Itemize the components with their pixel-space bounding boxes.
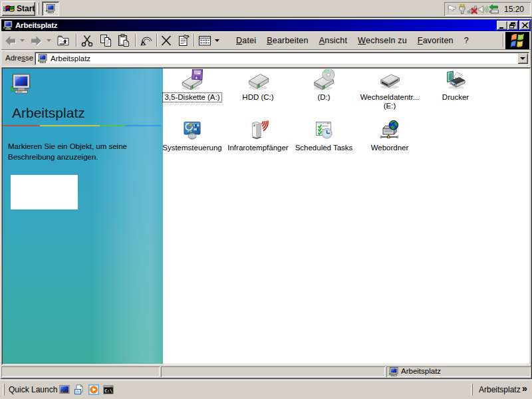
taskbar-window-button[interactable] xyxy=(42,1,59,16)
floppy-drive-icon xyxy=(182,69,203,90)
restore-button[interactable] xyxy=(507,21,518,30)
address-combobox[interactable]: Arbeitsplatz xyxy=(35,52,529,65)
statusbar-text: Arbeitsplatz xyxy=(401,367,441,375)
ql-dos-button[interactable] xyxy=(101,384,116,395)
tray-volume-icon xyxy=(478,4,489,15)
quick-launch-icons xyxy=(57,384,116,395)
menu-wechseln-zu[interactable]: Wechseln zu xyxy=(352,31,412,49)
rule-segment xyxy=(100,125,125,126)
menubar: DateiBearbeitenAnsichtWechseln zuFavorit… xyxy=(231,31,474,49)
forward-button-dropdown[interactable] xyxy=(45,33,53,49)
windows-brand-logo xyxy=(505,32,529,49)
start-label: Start xyxy=(17,4,35,13)
ql-desktop-button[interactable] xyxy=(57,384,72,395)
menu-ansicht[interactable]: Ansicht xyxy=(314,31,352,49)
rule-segment xyxy=(125,125,162,126)
desktop-toolbar-grip[interactable] xyxy=(471,384,473,396)
start-flag-icon xyxy=(3,4,15,14)
item-label: Wechseldatentr...(E:) xyxy=(359,93,421,110)
toolbar-separator xyxy=(194,34,195,47)
forward-button[interactable] xyxy=(29,33,45,49)
minimize-icon xyxy=(497,21,507,30)
tb-undo-icon xyxy=(139,33,154,48)
tb-paste-icon xyxy=(116,33,131,48)
menu-bearbeiten[interactable]: Bearbeiten xyxy=(261,31,313,49)
statusbar-pane xyxy=(1,366,160,377)
dropdown-arrow-icon xyxy=(215,39,219,42)
copy-button[interactable] xyxy=(98,33,114,49)
item-label: Scheduled Tasks xyxy=(294,144,354,152)
system-tray: 15:20 xyxy=(444,2,531,16)
rule-segment xyxy=(3,125,40,126)
back-button-dropdown[interactable] xyxy=(18,33,26,49)
views-button-dropdown[interactable] xyxy=(213,33,221,49)
dropdown-arrow-icon xyxy=(520,57,525,60)
close-button[interactable] xyxy=(519,21,530,30)
properties-button[interactable] xyxy=(176,33,192,49)
delete-button[interactable] xyxy=(158,33,174,49)
paste-button[interactable] xyxy=(116,33,132,49)
ql-channels-button[interactable] xyxy=(72,384,86,395)
toolbar-separator xyxy=(76,34,77,47)
tb-up-icon xyxy=(56,33,70,48)
item-label: HDD (C:) xyxy=(241,93,275,102)
caption-buttons xyxy=(497,21,530,30)
windows-flag-icon xyxy=(505,32,529,49)
statusbar-pane: Arbeitsplatz xyxy=(386,366,531,377)
my-computer-icon-large xyxy=(11,73,32,94)
hdd-icon xyxy=(247,69,269,90)
tb-cut-icon xyxy=(80,33,94,48)
minimize-button[interactable] xyxy=(497,21,507,30)
views-button[interactable] xyxy=(197,33,213,49)
item-hdd[interactable]: HDD (C:) xyxy=(226,69,290,102)
desktop-toolbar-chevron[interactable]: » xyxy=(522,383,527,394)
item-web-folders[interactable]: Webordner xyxy=(358,120,422,152)
item-infrared[interactable]: Infrarotempfänger xyxy=(226,120,290,152)
printers-icon xyxy=(445,69,466,90)
cut-button[interactable] xyxy=(79,33,95,49)
ql-channels-icon xyxy=(74,384,84,395)
address-value: Arbeitsplatz xyxy=(51,55,90,63)
item-label: Webordner xyxy=(370,144,410,152)
taskbar-bottom: Quick Launch Arbeitsplatz » xyxy=(0,380,532,399)
webview-panel: Arbeitsplatz Markieren Sie ein Objekt, u… xyxy=(3,68,163,364)
infrared-icon xyxy=(247,120,269,141)
quick-launch-grip[interactable] xyxy=(3,384,5,396)
tb-props-icon xyxy=(176,33,191,48)
item-label: Systemsteuerung xyxy=(161,144,223,152)
my-computer-icon xyxy=(45,3,56,14)
item-floppy-drive[interactable]: 3,5-Diskette (A:) xyxy=(160,69,224,102)
quick-launch-label: Quick Launch xyxy=(9,385,57,394)
folder-content: Arbeitsplatz Markieren Sie ein Objekt, u… xyxy=(1,67,531,365)
taskbar-top: Start 15:20 xyxy=(0,0,532,18)
menu-favoriten[interactable]: Favoriten xyxy=(412,31,459,49)
item-printers[interactable]: Drucker xyxy=(424,69,487,102)
web-folders-icon xyxy=(379,120,400,141)
taskbar-grip[interactable] xyxy=(37,3,39,15)
address-bar: Adresse Arbeitsplatz xyxy=(1,51,531,66)
item-removable-drive[interactable]: Wechseldatentr...(E:) xyxy=(358,69,422,110)
menubar-separator xyxy=(503,34,504,47)
undo-button[interactable] xyxy=(138,33,154,49)
start-button[interactable]: Start xyxy=(1,1,35,16)
address-dropdown-button[interactable] xyxy=(517,53,528,64)
webview-rainbow-rule xyxy=(3,125,162,126)
item-scheduled-tasks[interactable]: Scheduled Tasks xyxy=(292,120,356,152)
webview-title: Arbeitsplatz xyxy=(12,105,85,121)
up-button[interactable] xyxy=(55,33,71,49)
menu-datei[interactable]: Datei xyxy=(231,31,261,49)
titlebar[interactable]: Arbeitsplatz xyxy=(1,19,531,31)
tb-copy-icon xyxy=(98,33,113,48)
my-computer-icon xyxy=(388,366,399,377)
item-cd-drive[interactable]: (D:) xyxy=(292,69,356,102)
back-button[interactable] xyxy=(2,33,18,49)
item-label: Infrarotempfänger xyxy=(226,144,289,152)
ql-media-button[interactable] xyxy=(86,384,101,395)
toolbar: DateiBearbeitenAnsichtWechseln zuFavorit… xyxy=(1,31,531,50)
item-control-panel[interactable]: Systemsteuerung xyxy=(160,120,224,152)
scheduled-tasks-icon xyxy=(313,120,334,141)
tray-plug-icon xyxy=(457,4,467,15)
toolbar-separator xyxy=(156,34,158,47)
menu-?[interactable]: ? xyxy=(459,31,474,49)
item-label: (D:) xyxy=(316,93,331,102)
